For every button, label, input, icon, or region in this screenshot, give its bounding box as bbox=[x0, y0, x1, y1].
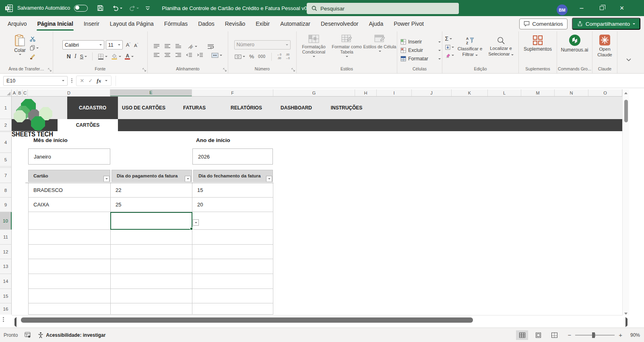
filter-button-fechamento[interactable] bbox=[266, 176, 272, 182]
align-left-icon[interactable] bbox=[153, 53, 160, 58]
align-right-icon[interactable] bbox=[175, 53, 182, 58]
data-validation-dropdown-button[interactable] bbox=[193, 219, 199, 226]
align-top-icon[interactable] bbox=[153, 44, 160, 49]
nav-tab-relatorios[interactable]: RELATÓRIOS bbox=[231, 97, 262, 119]
undo-button[interactable] bbox=[111, 5, 124, 11]
excel-icon[interactable]: X bbox=[5, 4, 13, 12]
nav-tab-cadastro[interactable]: CADASTRO bbox=[67, 97, 118, 119]
tab-dados[interactable]: Dados bbox=[193, 16, 219, 31]
addins-button[interactable]: Suplementos bbox=[524, 31, 552, 66]
tab-inserir[interactable]: Inserir bbox=[78, 16, 105, 31]
column-header-b[interactable]: B bbox=[17, 89, 23, 96]
nav-tab-uso-de-cartoes[interactable]: USO DE CARTÕES bbox=[122, 97, 165, 119]
scroll-right-button[interactable] bbox=[625, 319, 627, 326]
align-bottom-icon[interactable] bbox=[175, 44, 182, 49]
borders-button[interactable] bbox=[98, 54, 107, 60]
open-claude-button[interactable]: Open Claude bbox=[596, 31, 614, 66]
italic-button[interactable]: I bbox=[74, 53, 76, 60]
numerous-button[interactable]: Numerous.ai bbox=[561, 31, 588, 66]
formula-input[interactable] bbox=[116, 76, 644, 86]
filter-button-cartao[interactable] bbox=[103, 176, 109, 182]
share-button[interactable]: Compartilhamento bbox=[572, 18, 640, 30]
paste-button[interactable]: Colar bbox=[14, 31, 26, 66]
column-header-f[interactable]: F bbox=[192, 89, 273, 96]
tab-layout-da-pagina[interactable]: Layout da Página bbox=[105, 16, 159, 31]
cell-e8[interactable]: 22 bbox=[116, 183, 121, 197]
font-size-select[interactable]: 11 bbox=[106, 40, 123, 49]
row-header-14[interactable]: 14 bbox=[0, 274, 12, 289]
autosum-button[interactable]: Σ bbox=[445, 35, 454, 42]
select-all-button[interactable] bbox=[0, 89, 12, 96]
fill-handle[interactable] bbox=[190, 227, 193, 230]
tab-power-pivot[interactable]: Power Pivot bbox=[388, 16, 429, 31]
zoom-thumb[interactable] bbox=[592, 332, 595, 338]
nav-tab-faturas[interactable]: FATURAS bbox=[183, 97, 206, 119]
nav-tab-dashboard[interactable]: DASHBOARD bbox=[281, 97, 312, 119]
redo-button[interactable] bbox=[128, 5, 140, 11]
cell-d9[interactable]: CAIXA bbox=[33, 198, 49, 212]
row-header-2[interactable]: 2 bbox=[0, 119, 12, 131]
cancel-entry-button[interactable]: ✕ bbox=[80, 78, 85, 84]
subnav-tab-cartoes[interactable]: CARTÕES bbox=[58, 119, 118, 131]
scroll-left-button[interactable] bbox=[14, 319, 17, 326]
search-box[interactable]: Pesquisar bbox=[307, 3, 459, 14]
tab-automatizar[interactable]: Automatizar bbox=[275, 16, 316, 31]
number-format-select[interactable]: Número bbox=[234, 40, 291, 49]
font-color-button[interactable]: A bbox=[125, 54, 134, 60]
tab-desenvolvedor[interactable]: Desenvolvedor bbox=[316, 16, 363, 31]
horizontal-scroll-thumb[interactable] bbox=[21, 317, 473, 323]
name-box[interactable]: E10 bbox=[3, 76, 68, 86]
increase-decimal-button[interactable]: ←0.00 bbox=[277, 53, 282, 60]
column-header-m[interactable]: M bbox=[521, 89, 555, 96]
delete-cells-button[interactable]: Excluir bbox=[400, 47, 441, 53]
page-layout-view-button[interactable] bbox=[532, 330, 544, 340]
cell-f8[interactable]: 15 bbox=[197, 183, 203, 197]
close-button[interactable]: × bbox=[613, 0, 631, 16]
merge-center-button[interactable] bbox=[211, 53, 222, 58]
row-header-16[interactable]: 16 bbox=[0, 303, 12, 315]
align-middle-icon[interactable] bbox=[164, 44, 171, 49]
decrease-decimal-button[interactable]: .00→0 bbox=[285, 53, 290, 60]
row-header-1[interactable]: 1 bbox=[0, 97, 12, 119]
comma-style-button[interactable]: 000 bbox=[258, 54, 265, 59]
confirm-entry-button[interactable]: ✓ bbox=[88, 78, 93, 84]
column-header-l[interactable]: L bbox=[488, 89, 521, 96]
underline-button[interactable]: S bbox=[80, 54, 87, 60]
copy-button[interactable] bbox=[30, 45, 39, 51]
row-header-4[interactable]: 4 bbox=[0, 132, 12, 153]
page-break-view-button[interactable] bbox=[548, 330, 560, 340]
scroll-up-button[interactable] bbox=[623, 89, 629, 97]
zoom-in-button[interactable]: + bbox=[619, 332, 622, 338]
column-header-i[interactable]: I bbox=[377, 89, 412, 96]
column-header-d[interactable]: D bbox=[28, 89, 110, 96]
column-header-c[interactable]: C bbox=[23, 89, 28, 96]
cell-d8[interactable]: BRADESCO bbox=[33, 183, 63, 197]
clear-button[interactable] bbox=[445, 53, 454, 58]
format-as-table-button[interactable]: Formatar como Tabela bbox=[330, 31, 363, 66]
percent-style-button[interactable]: % bbox=[249, 54, 254, 60]
find-select-button[interactable]: Localizar e Selecionar bbox=[486, 34, 516, 66]
format-cells-button[interactable]: Formatar bbox=[400, 56, 441, 62]
save-button[interactable] bbox=[96, 5, 105, 11]
row-header-11[interactable]: 11 bbox=[0, 230, 12, 245]
column-header-h[interactable]: H bbox=[355, 89, 377, 96]
autosave-toggle[interactable] bbox=[74, 5, 88, 12]
vertical-scrollbar[interactable] bbox=[622, 89, 629, 315]
column-header-e[interactable]: E bbox=[110, 89, 192, 96]
dialog-launcher-icon[interactable] bbox=[291, 68, 295, 72]
zoom-level[interactable]: 90% bbox=[626, 332, 640, 338]
avatar[interactable]: BM bbox=[557, 4, 568, 15]
macro-record-button[interactable] bbox=[25, 332, 31, 338]
document-title[interactable]: Planilha de Controle de Cartão de Crédit… bbox=[162, 5, 324, 11]
scroll-down-button[interactable] bbox=[623, 313, 629, 315]
conditional-formatting-button[interactable]: Formatação Condicional bbox=[297, 31, 330, 66]
format-painter-button[interactable] bbox=[30, 54, 39, 60]
minimize-button[interactable]: –– bbox=[572, 0, 591, 16]
zoom-slider[interactable] bbox=[575, 335, 615, 336]
collapse-ribbon-icon[interactable] bbox=[626, 58, 631, 61]
restore-button[interactable] bbox=[592, 0, 611, 16]
tab-arquivo[interactable]: Arquivo bbox=[2, 16, 32, 31]
tab-formulas[interactable]: Fórmulas bbox=[159, 16, 193, 31]
row-header-13[interactable]: 13 bbox=[0, 259, 12, 274]
cell-e9[interactable]: 25 bbox=[116, 198, 121, 212]
